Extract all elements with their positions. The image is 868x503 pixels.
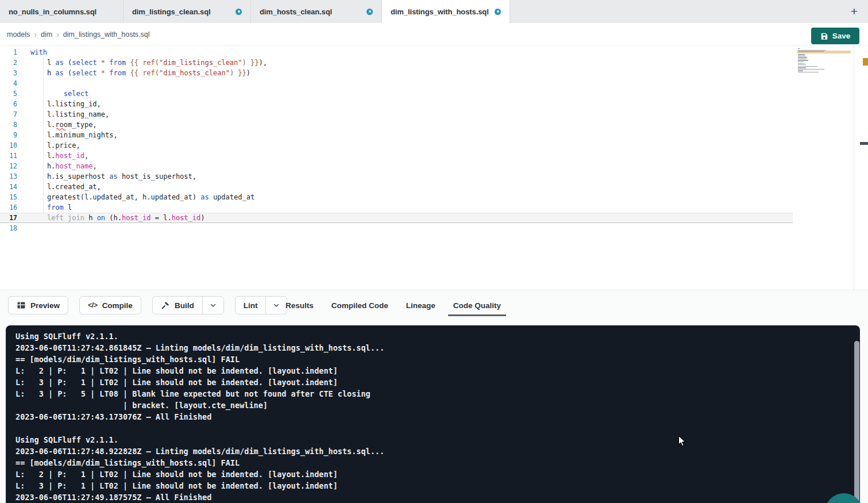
- code-line-5[interactable]: 5 select: [0, 89, 868, 99]
- save-label: Save: [832, 32, 851, 40]
- code-line-3[interactable]: 3 h as (select * from {{ ref("dim_hosts_…: [0, 68, 868, 78]
- terminal-line: == [models/dim/dim_listings_with_hosts.s…: [16, 354, 860, 365]
- panel-tab-lineage[interactable]: Lineage: [406, 301, 435, 310]
- minimap-line: [798, 70, 803, 71]
- line-number: 13: [0, 172, 17, 181]
- modified-dot-icon: [495, 9, 501, 15]
- tab-bar: no_nulls_in_columns.sqldim_listings_clea…: [0, 0, 868, 23]
- panel-tab-code-quality[interactable]: Code Quality: [453, 301, 501, 310]
- minimap-line: [798, 69, 824, 70]
- tab-3[interactable]: dim_hosts_clean.sql: [251, 0, 382, 23]
- hammer-icon: [161, 301, 170, 310]
- tab-label: no_nulls_in_columns.sql: [9, 7, 97, 16]
- code-line-17[interactable]: 17 left join h on (h.host_id = l.host_id…: [0, 213, 793, 223]
- breadcrumb-separator-icon: ›: [34, 30, 37, 39]
- code-text: from l: [30, 202, 72, 213]
- tab-4[interactable]: dim_listings_with_hosts.sql: [382, 0, 510, 23]
- code-line-11[interactable]: 11 l.host_id,: [0, 151, 868, 161]
- code-line-2[interactable]: 2 l as (select * from {{ ref("dim_listin…: [0, 57, 868, 68]
- code-text: left join h on (h.host_id = l.host_id): [30, 213, 205, 223]
- compile-label: Compile: [102, 301, 133, 310]
- code-icon: </>: [88, 301, 98, 309]
- line-number: 16: [0, 203, 17, 212]
- breadcrumb-item: dim_listings_with_hosts.sql: [63, 30, 150, 39]
- code-line-12[interactable]: 12 h.host_name,: [0, 161, 868, 171]
- terminal-line: [16, 423, 860, 434]
- lint-label: Lint: [244, 301, 258, 310]
- breadcrumb-separator-icon: ›: [56, 30, 59, 39]
- line-number: 8: [0, 121, 17, 129]
- terminal-line: L: 3 | P: 1 | LT02 | Line should not be …: [16, 480, 860, 492]
- code-editor[interactable]: 1with2 l as (select * from {{ ref("dim_l…: [0, 46, 868, 290]
- build-dropdown-button[interactable]: [202, 297, 223, 314]
- compile-main-button[interactable]: </>Compile: [80, 297, 141, 314]
- line-number: 9: [0, 131, 17, 139]
- line-number: 10: [0, 141, 17, 149]
- code-line-7[interactable]: 7 l.listing_name,: [0, 109, 868, 120]
- code-text: l.host_id,: [30, 151, 88, 161]
- code-text: h.host_name,: [30, 161, 97, 171]
- code-line-9[interactable]: 9 l.minimum_nights,: [0, 130, 868, 140]
- line-number: 14: [0, 183, 17, 191]
- code-line-18[interactable]: 18: [0, 223, 868, 233]
- editor-toolbar: Preview</>CompileBuildLint: [8, 296, 287, 314]
- build-button: Build: [152, 296, 224, 314]
- minimap-line: [798, 60, 808, 60]
- minimap-line: [798, 59, 806, 59]
- code-text: l.listing_name,: [30, 109, 109, 120]
- line-number: 5: [0, 90, 17, 98]
- terminal-line: 2023-06-06T11:27:42.861845Z — Linting mo…: [16, 342, 860, 354]
- terminal-scrollbar[interactable]: [854, 341, 859, 503]
- table-icon: [17, 301, 26, 310]
- save-button[interactable]: Save: [811, 28, 859, 44]
- code-line-10[interactable]: 10 l.price,: [0, 140, 868, 151]
- panel-tab-compiled-code[interactable]: Compiled Code: [331, 301, 388, 310]
- code-text: l.price,: [30, 140, 80, 151]
- tab-1[interactable]: no_nulls_in_columns.sql: [0, 0, 124, 23]
- minimap-line: [798, 48, 800, 49]
- terminal-line: 2023-06-06T11:27:49.187575Z — All Finish…: [16, 492, 860, 503]
- lint-dropdown-button[interactable]: [265, 297, 287, 314]
- new-tab-button[interactable]: +: [846, 0, 863, 23]
- code-text: h.is_superhost as host_is_superhost,: [30, 171, 196, 182]
- minimap[interactable]: [797, 48, 851, 78]
- tab-label: dim_listings_with_hosts.sql: [391, 7, 489, 16]
- preview-main-button[interactable]: Preview: [9, 297, 68, 314]
- minimap-line: [798, 72, 819, 72]
- terminal-lines: Using SQLFluff v2.1.1.2023-06-06T11:27:4…: [16, 331, 860, 503]
- line-number: 4: [0, 79, 17, 87]
- panel-tab-results[interactable]: Results: [286, 301, 314, 310]
- minimap-line: [798, 51, 824, 52]
- breadcrumb-item: dim: [41, 30, 52, 39]
- build-main-button[interactable]: Build: [153, 297, 202, 314]
- code-line-16[interactable]: 16 from l: [0, 202, 868, 213]
- line-number: 15: [0, 193, 17, 201]
- code-line-15[interactable]: 15 greatest(l.updated_at, h.updated_at) …: [0, 192, 868, 202]
- terminal-line: 2023-06-06T11:27:43.173076Z — All Finish…: [16, 411, 860, 423]
- breadcrumb-item: models: [7, 30, 30, 39]
- line-number: 3: [0, 69, 17, 77]
- minimap-line: [798, 66, 817, 67]
- tab-2[interactable]: dim_listings_clean.sql: [124, 0, 251, 23]
- code-line-8[interactable]: 8 l.room_type,: [0, 120, 868, 130]
- minimap-line: [798, 67, 806, 68]
- terminal-line: L: 3 | P: 5 | LT08 | Blank line expected…: [16, 388, 860, 400]
- code-text: l as (select * from {{ ref("dim_listings…: [30, 57, 267, 68]
- minimap-line: [798, 50, 825, 51]
- line-number: 2: [0, 59, 17, 67]
- code-text: select: [30, 89, 88, 99]
- code-line-4[interactable]: 4: [0, 78, 868, 89]
- chevron-down-icon: [272, 301, 280, 309]
- modified-dot-icon: [367, 9, 373, 15]
- code-line-14[interactable]: 14 l.created_at,: [0, 182, 868, 192]
- lint-main-button[interactable]: Lint: [236, 297, 266, 314]
- terminal-line: L: 2 | P: 1 | LT02 | Line should not be …: [16, 469, 860, 480]
- build-label: Build: [175, 301, 194, 310]
- code-line-1[interactable]: 1with: [0, 47, 868, 57]
- line-number: 18: [0, 224, 17, 232]
- code-line-13[interactable]: 13 h.is_superhost as host_is_superhost,: [0, 171, 868, 182]
- code-line-6[interactable]: 6 l.listing_id,: [0, 99, 868, 109]
- line-number: 6: [0, 100, 17, 108]
- terminal-line: == [models/dim/dim_listings_with_hosts.s…: [16, 457, 860, 469]
- scrollbar-warning-marker-icon: [863, 58, 868, 66]
